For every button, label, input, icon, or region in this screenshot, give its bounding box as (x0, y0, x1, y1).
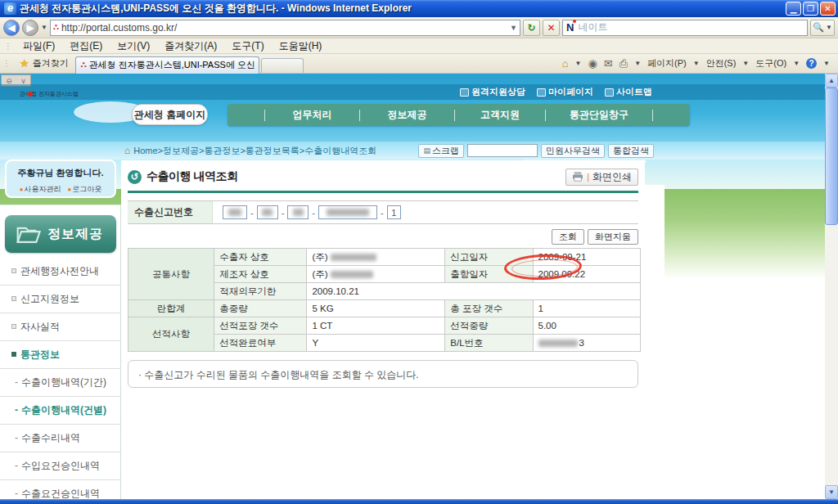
civil-search-button[interactable]: 민원사무검색 (541, 144, 605, 158)
sidebar-item-customs-info[interactable]: 통관정보 (0, 341, 121, 369)
ie-window: e 관세청 전자통관시스템,UNI-PASS에 오신 것을 환영합니다. - W… (0, 0, 838, 504)
minimize-button[interactable]: ▁ (786, 2, 801, 16)
tab-title: 관세청 전자통관시스템,UNI-PASS에 오신 것을... (89, 59, 259, 71)
square-bullet-icon (11, 352, 16, 357)
search-engine-icon: N (566, 21, 574, 34)
vertical-scrollbar[interactable]: ▲ ▼ (825, 74, 838, 499)
customs-homepage-button[interactable]: 관세청 홈페이지 (132, 104, 208, 125)
print-dropdown-icon[interactable]: ▼ (634, 60, 641, 67)
menu-file[interactable]: 파일(F) (16, 38, 61, 54)
restore-button[interactable]: ❐ (803, 2, 818, 16)
decl-seg-5-input[interactable]: 1 (387, 205, 401, 219)
logout-link[interactable]: ●로그아웃 (68, 184, 102, 195)
print-icon[interactable]: ⎙ (619, 57, 628, 70)
group-cell: 공통사항 (128, 249, 214, 300)
monitor-icon (460, 88, 469, 97)
label-cell: 적재의무기한 (214, 283, 307, 300)
menu-view[interactable]: 보기(V) (110, 38, 156, 54)
menu-bar: ⋮ 파일(F) 편집(E) 보기(V) 즐겨찾기(A) 도구(T) 도움말(H) (0, 38, 838, 54)
mail-icon[interactable]: ✉ (604, 57, 613, 70)
sidebar-item-export-approval[interactable]: -수출요건승인내역 (0, 480, 121, 499)
label-cell: 총 포장 갯수 (445, 300, 533, 317)
declaration-number-row: 수출신고번호 - - - - 1 (128, 200, 638, 224)
mypage-link[interactable]: 마이페이지 (537, 86, 593, 98)
feed-icon[interactable]: ◉ (588, 57, 597, 70)
search-button[interactable]: 🔍▼ (810, 20, 835, 36)
logo-subtitle: 관세청 전자통관시스템 (20, 90, 142, 98)
decl-seg-4-input[interactable] (318, 205, 377, 219)
user-management-link[interactable]: ●사용자관리 (20, 184, 61, 195)
decl-seg-1-input[interactable] (223, 205, 247, 219)
browser-tab[interactable]: ∴ 관세청 전자통관시스템,UNI-PASS에 오신 것을... (75, 56, 259, 74)
label-cell: 선적포장 갯수 (214, 317, 307, 335)
query-button[interactable]: 조회 (552, 229, 584, 245)
total-search-button[interactable]: 통합검색 (608, 144, 654, 158)
page-title-icon: ↺ (128, 170, 142, 184)
menu-edit[interactable]: 편집(E) (63, 38, 109, 54)
screen-print-button[interactable]: | 화면인쇄 (565, 169, 638, 186)
scrollbar-thumb[interactable] (825, 88, 838, 225)
scrap-button[interactable]: ▤스크랩 (418, 144, 464, 158)
decl-seg-2-input[interactable] (257, 205, 278, 219)
dash-bullet-icon: - (15, 460, 18, 471)
sidebar-item-report-support[interactable]: 신고지원정보 (0, 286, 121, 313)
tools-menu[interactable]: 도구(O) (755, 57, 786, 70)
address-input[interactable]: ∴ http://portal.customs.go.kr/ ▼ (50, 20, 520, 36)
quick-search-input[interactable] (467, 144, 538, 157)
sidebar-item-company-record[interactable]: 자사실적 (0, 313, 121, 341)
address-dropdown-icon[interactable]: ▼ (510, 24, 517, 32)
stop-button[interactable]: ✕ (543, 20, 560, 36)
sidebar-item-import-approval[interactable]: -수입요건승인내역 (0, 452, 121, 480)
nav-single-window[interactable]: 통관단일창구 (546, 108, 652, 122)
home-dropdown-icon[interactable]: ▼ (575, 60, 582, 67)
back-button[interactable]: ◀ (3, 20, 20, 36)
nav-business[interactable]: 업무처리 (265, 108, 359, 122)
sidebar: 정보제공 관세행정사전안내 신고지원정보 자사실적 통관정보 -수출이행내역(기… (0, 205, 121, 499)
sitemap-link[interactable]: 사이트맵 (605, 86, 652, 98)
nav-info[interactable]: 정보제공 (360, 108, 454, 122)
sidebar-panel-title: 정보제공 (47, 226, 103, 243)
close-button[interactable]: ✕ (820, 2, 836, 16)
title-bar: e 관세청 전자통관시스템,UNI-PASS에 오신 것을 환영합니다. - W… (0, 0, 838, 17)
monitor-icon (537, 88, 546, 97)
sidebar-item-export-clearance[interactable]: -수출수리내역 (0, 425, 121, 452)
sidebar-panel-header: 정보제공 (5, 215, 116, 253)
label-cell: 총중량 (214, 300, 307, 317)
history-dropdown-icon[interactable]: ▼ (41, 24, 47, 31)
menu-favorites[interactable]: 즐겨찾기(A) (158, 38, 223, 54)
grip-handle: ⋮ (2, 59, 11, 68)
remote-support-link[interactable]: 원격지원상담 (460, 86, 525, 98)
safety-menu[interactable]: 안전(S) (706, 57, 737, 70)
new-tab-button[interactable] (261, 58, 304, 73)
breadcrumb[interactable]: Home>정보제공>통관정보>통관정보목록>수출이행내역조회 (133, 145, 376, 157)
sidebar-item-export-period[interactable]: -수출이행내역(기간) (0, 369, 121, 397)
page-menu[interactable]: 페이지(P) (647, 57, 687, 70)
decl-seg-3-input[interactable] (287, 205, 309, 219)
sidebar-item-export-case[interactable]: -수출이행내역(건별) (0, 397, 121, 425)
menu-tools[interactable]: 도구(T) (225, 38, 270, 54)
divider: | (587, 172, 589, 182)
block-icon: ⊖ (6, 77, 12, 85)
favorites-bar: ⋮ ★ 즐겨찾기 ∴ 관세청 전자통관시스템,UNI-PASS에 오신 것을..… (0, 54, 838, 74)
label-cell: 선적중량 (445, 317, 533, 335)
refresh-button[interactable]: ↻ (523, 20, 540, 36)
sidebar-item-customs-guide[interactable]: 관세행정사전안내 (0, 258, 121, 286)
scroll-up-icon[interactable]: ▲ (825, 74, 838, 88)
search-input[interactable]: N 네이트 (562, 20, 808, 36)
home-icon[interactable]: ⌂ (124, 145, 130, 156)
sidebar-menu: 관세행정사전안내 신고지원정보 자사실적 통관정보 -수출이행내역(기간) -수… (0, 258, 121, 499)
page-viewport: ⊖∨ 원격지원상담 마이페이지 사이트맵 관세청 전자통관시스템 UNI-PAS… (0, 74, 838, 499)
label-cell: B/L번호 (445, 335, 533, 352)
home-icon[interactable]: ⌂ (562, 57, 569, 70)
nav-customer[interactable]: 고객지원 (455, 108, 545, 122)
label-cell: 선적완료여부 (214, 335, 307, 352)
chevron-down-icon: ∨ (20, 77, 26, 85)
forward-button[interactable]: ▶ (22, 20, 38, 36)
value-cell: (주) (307, 266, 445, 283)
clear-screen-button[interactable]: 화면지움 (588, 229, 638, 245)
favorites-button[interactable]: ★ 즐겨찾기 (13, 56, 75, 71)
menu-help[interactable]: 도움말(H) (273, 38, 329, 54)
scroll-down-icon[interactable]: ▼ (825, 485, 838, 499)
help-icon[interactable]: ? (806, 58, 817, 69)
value-cell: 3 (533, 335, 641, 352)
